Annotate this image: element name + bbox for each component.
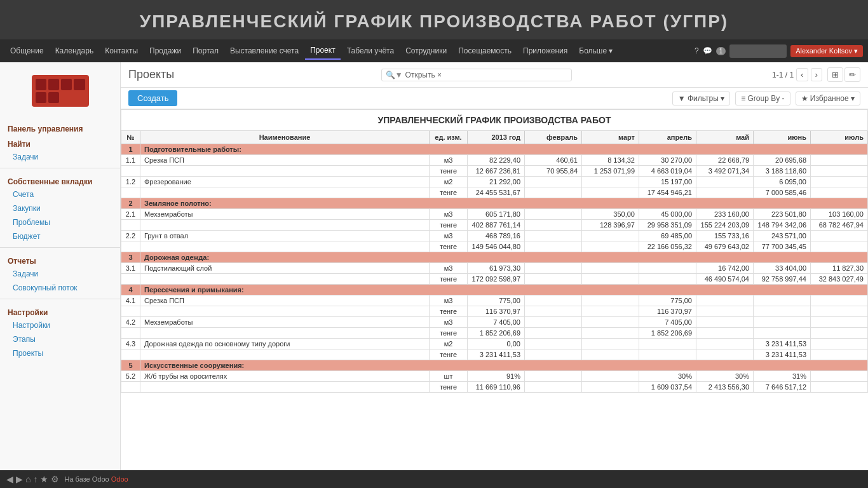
row-jun: 6 095,00 <box>754 177 811 187</box>
odoo-link[interactable]: Odoo <box>111 475 128 483</box>
row-jul <box>811 371 868 382</box>
nav-calendar[interactable]: Календарь <box>50 43 99 59</box>
main-panel: Проекты 🔍 ▼ Открыть × 1-1 / 1 ‹ › ⊞ ✏ Со… <box>121 62 868 470</box>
nav-contacts[interactable]: Контакты <box>100 43 143 59</box>
brick-hole-1 <box>36 79 46 90</box>
row-unit: м3 <box>430 317 468 328</box>
sidebar-item-settings[interactable]: Настройки <box>0 318 120 332</box>
bottom-prev-icon[interactable]: ◀ <box>6 474 13 484</box>
row-name <box>140 382 430 393</box>
nav-timesheets[interactable]: Табели учёта <box>342 43 399 59</box>
nav-portal[interactable]: Портал <box>187 43 224 59</box>
nav-apps[interactable]: Приложения <box>518 43 573 59</box>
sidebar-item-tasks-find[interactable]: Задачи <box>0 150 120 164</box>
row-jun <box>754 295 811 306</box>
page-main-title: УПРАВЛЕНЧЕСКИЙ ГРАФИК ПРОИЗВОДСТВА РАБОТ… <box>0 0 868 39</box>
row-num: 1 <box>121 144 140 155</box>
nav-employees[interactable]: Сотрудники <box>400 43 452 59</box>
row-jul <box>811 177 868 187</box>
row-unit: шт <box>430 371 468 382</box>
row-num: 4.1 <box>121 295 140 306</box>
search-open-text: Открыть × <box>403 71 567 79</box>
row-mar <box>582 339 639 349</box>
row-section-name: Земляное полотно: <box>140 198 868 209</box>
favorites-button[interactable]: ★ Избранное ▾ <box>796 92 860 105</box>
nav-obshenie[interactable]: Общение <box>5 43 49 59</box>
row-num <box>121 306 140 317</box>
chat-icon[interactable]: 💬 <box>703 46 712 55</box>
pager-next[interactable]: › <box>811 68 822 81</box>
row-year: 402 887 761,14 <box>468 220 525 231</box>
sidebar-item-issues[interactable]: Проблемы <box>0 215 120 229</box>
row-jun: 77 700 345,45 <box>754 241 811 252</box>
bottom-next-icon[interactable]: ▶ <box>16 474 23 484</box>
bottom-home-icon[interactable]: ⌂ <box>25 474 31 484</box>
search-funnel-icon[interactable]: ▼ <box>395 71 403 79</box>
row-year: 775,00 <box>468 295 525 306</box>
sidebar-item-purchases[interactable]: Закупки <box>0 201 120 215</box>
row-unit: тенге <box>430 328 468 339</box>
bottom-share-icon[interactable]: ↑ <box>33 474 37 484</box>
row-unit: м3 <box>430 155 468 166</box>
row-feb <box>525 177 582 187</box>
row-feb <box>525 382 582 393</box>
table-section-row: 4 Пересечения и примыкания: <box>121 285 868 295</box>
view-list-button[interactable]: ✏ <box>844 67 860 82</box>
row-name: Подстилающий слой <box>140 263 430 274</box>
sidebar-item-stages[interactable]: Этапы <box>0 332 120 346</box>
row-unit: тенге <box>430 166 468 177</box>
table-data-row: 2.1 Мехземработы м3 605 171,80 350,00 45… <box>121 209 868 220</box>
row-jun <box>754 306 811 317</box>
row-apr: 1 852 206,69 <box>639 328 696 339</box>
nav-attendance[interactable]: Посещаемость <box>453 43 517 59</box>
view-grid-button[interactable]: ⊞ <box>827 67 843 82</box>
col-header-mar: март <box>582 131 639 144</box>
row-jul: 68 782 467,94 <box>811 220 868 231</box>
create-button[interactable]: Создать <box>128 90 177 106</box>
filters-button[interactable]: ▼ Фильтры ▾ <box>672 92 730 105</box>
row-name <box>140 274 430 285</box>
row-apr: 7 405,00 <box>639 317 696 328</box>
sidebar-item-budget[interactable]: Бюджет <box>0 229 120 243</box>
row-num <box>121 274 140 285</box>
row-may <box>696 177 754 187</box>
row-unit: м2 <box>430 177 468 187</box>
sidebar-item-projects[interactable]: Проекты <box>0 346 120 360</box>
table-data-row: тенге 11 669 110,96 1 609 037,54 2 413 5… <box>121 382 868 393</box>
row-may <box>696 306 754 317</box>
row-apr: 45 000,00 <box>639 209 696 220</box>
nav-project[interactable]: Проект <box>305 42 341 60</box>
nav-sales[interactable]: Продажи <box>144 43 186 59</box>
bottom-settings-icon[interactable]: ⚙ <box>51 474 59 484</box>
groupby-button[interactable]: ≡ Group By - <box>735 92 790 105</box>
help-icon[interactable]: ? <box>695 46 699 55</box>
sidebar-item-tasks-report[interactable]: Задачи <box>0 267 120 281</box>
row-jun: 20 695,68 <box>754 155 811 166</box>
table-data-row: тенге 402 887 761,14 128 396,97 29 958 3… <box>121 220 868 231</box>
nav-invoice[interactable]: Выставление счета <box>225 43 304 59</box>
row-year: 116 370,97 <box>468 306 525 317</box>
row-name: Дорожная одежда по основному типу дороги <box>140 339 430 349</box>
row-feb <box>525 295 582 306</box>
sidebar-item-accounts[interactable]: Счета <box>0 187 120 201</box>
row-jul: 11 827,30 <box>811 263 868 274</box>
row-may <box>696 317 754 328</box>
row-jun: 223 501,80 <box>754 209 811 220</box>
bottom-star-icon[interactable]: ★ <box>40 474 48 484</box>
global-search-input[interactable] <box>729 44 787 58</box>
nav-more[interactable]: Больше ▾ <box>574 43 618 59</box>
row-may: 155 224 203,09 <box>696 220 754 231</box>
table-data-row: тенге 24 455 531,67 17 454 946,21 7 000 … <box>121 187 868 198</box>
pager-prev[interactable]: ‹ <box>796 68 808 81</box>
row-may <box>696 349 754 360</box>
row-year: 91% <box>468 371 525 382</box>
search-icon[interactable]: 🔍 <box>386 71 395 79</box>
user-menu-button[interactable]: Alexander Koltsov ▾ <box>790 45 863 57</box>
row-unit: тенге <box>430 220 468 231</box>
row-year: 21 292,00 <box>468 177 525 187</box>
row-jun: 7 646 517,12 <box>754 382 811 393</box>
row-feb <box>525 187 582 198</box>
table-data-row: тенге 149 546 044,80 22 166 056,32 49 67… <box>121 241 868 252</box>
table-title: УПРАВЛЕНЧЕСКИЙ ГРАФИК ПРОИЗВОДСТВА РАБОТ <box>121 110 868 131</box>
sidebar-item-flow[interactable]: Совокупный поток <box>0 281 120 295</box>
